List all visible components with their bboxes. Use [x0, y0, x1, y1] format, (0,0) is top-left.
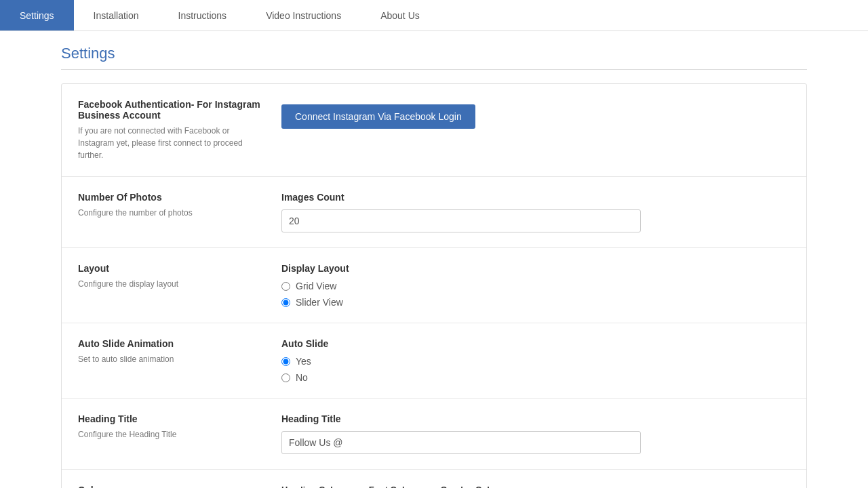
heading-title-input[interactable]: [281, 431, 641, 454]
display-layout-label: Display Layout: [281, 263, 790, 274]
facebook-section-left: Facebook Authentication- For Instagram B…: [78, 99, 268, 161]
heading-section-right: Heading Title: [281, 413, 790, 454]
tab-video-instructions[interactable]: Video Instructions: [246, 0, 361, 30]
auto-slide-label: Auto Slide Animation: [78, 338, 268, 349]
overlay-color-field: Overlay Color: [441, 485, 498, 488]
facebook-label: Facebook Authentication- For Instagram B…: [78, 99, 268, 121]
settings-card: Facebook Authentication- For Instagram B…: [61, 83, 807, 488]
facebook-section-right: Connect Instagram Via Facebook Login: [281, 99, 790, 129]
tab-bar: Settings Installation Instructions Video…: [0, 0, 868, 31]
auto-slide-field-label: Auto Slide: [281, 338, 790, 349]
page-wrapper: Settings Installation Instructions Video…: [0, 0, 868, 488]
heading-section: Heading Title Configure the Heading Titl…: [62, 399, 806, 470]
photos-section-right: Images Count: [281, 192, 790, 232]
facebook-desc: If you are not connected with Facebook o…: [78, 125, 268, 161]
images-count-label: Images Count: [281, 192, 790, 203]
photos-section: Number Of Photos Configure the number of…: [62, 177, 806, 248]
slider-view-option[interactable]: Slider View: [281, 297, 790, 308]
layout-label: Layout: [78, 263, 268, 274]
color-label: Color: [78, 485, 268, 488]
heading-label: Heading Title: [78, 413, 268, 424]
font-color-label: Font Color: [369, 485, 414, 488]
grid-view-option[interactable]: Grid View: [281, 281, 790, 291]
color-section-right: Heading Color Font Color Overlay Color: [281, 485, 790, 488]
auto-slide-section-left: Auto Slide Animation Set to auto slide a…: [78, 338, 268, 365]
page-title: Settings: [61, 45, 807, 70]
auto-slide-yes-option[interactable]: Yes: [281, 356, 790, 367]
color-fields: Heading Color Font Color Overlay Color: [281, 485, 790, 488]
connect-instagram-button[interactable]: Connect Instagram Via Facebook Login: [281, 104, 475, 129]
layout-desc: Configure the display layout: [78, 278, 268, 290]
color-section-left: Color Configure the Heading, Font and Ov…: [78, 485, 268, 488]
auto-slide-yes-radio[interactable]: [281, 357, 290, 366]
slider-view-radio[interactable]: [281, 298, 290, 307]
layout-section-left: Layout Configure the display layout: [78, 263, 268, 290]
layout-section: Layout Configure the display layout Disp…: [62, 248, 806, 323]
heading-title-field-label: Heading Title: [281, 413, 790, 424]
tab-settings[interactable]: Settings: [0, 0, 74, 30]
grid-view-radio[interactable]: [281, 282, 290, 291]
auto-slide-radio-group: Yes No: [281, 356, 790, 383]
photos-desc: Configure the number of photos: [78, 207, 268, 219]
auto-slide-no-option[interactable]: No: [281, 372, 790, 383]
font-color-field: Font Color: [369, 485, 414, 488]
heading-section-left: Heading Title Configure the Heading Titl…: [78, 413, 268, 441]
tab-instructions[interactable]: Instructions: [159, 0, 247, 30]
heading-color-field: Heading Color: [281, 485, 342, 488]
color-section: Color Configure the Heading, Font and Ov…: [62, 470, 806, 488]
photos-section-left: Number Of Photos Configure the number of…: [78, 192, 268, 219]
auto-slide-yes-label: Yes: [296, 356, 311, 367]
slider-view-label: Slider View: [296, 297, 343, 308]
heading-desc: Configure the Heading Title: [78, 428, 268, 441]
auto-slide-desc: Set to auto slide animation: [78, 353, 268, 365]
tab-about-us[interactable]: About Us: [361, 0, 439, 30]
auto-slide-section: Auto Slide Animation Set to auto slide a…: [62, 323, 806, 399]
photos-label: Number Of Photos: [78, 192, 268, 203]
heading-color-label: Heading Color: [281, 485, 342, 488]
facebook-section: Facebook Authentication- For Instagram B…: [62, 84, 806, 177]
auto-slide-no-label: No: [296, 372, 308, 383]
images-count-input[interactable]: [281, 209, 641, 232]
layout-radio-group: Grid View Slider View: [281, 281, 790, 308]
grid-view-label: Grid View: [296, 281, 336, 291]
overlay-color-label: Overlay Color: [441, 485, 498, 488]
auto-slide-no-radio[interactable]: [281, 373, 290, 382]
auto-slide-section-right: Auto Slide Yes No: [281, 338, 790, 383]
layout-section-right: Display Layout Grid View Slider View: [281, 263, 790, 308]
tab-installation[interactable]: Installation: [74, 0, 159, 30]
main-content: Settings Facebook Authentication- For In…: [0, 31, 868, 488]
